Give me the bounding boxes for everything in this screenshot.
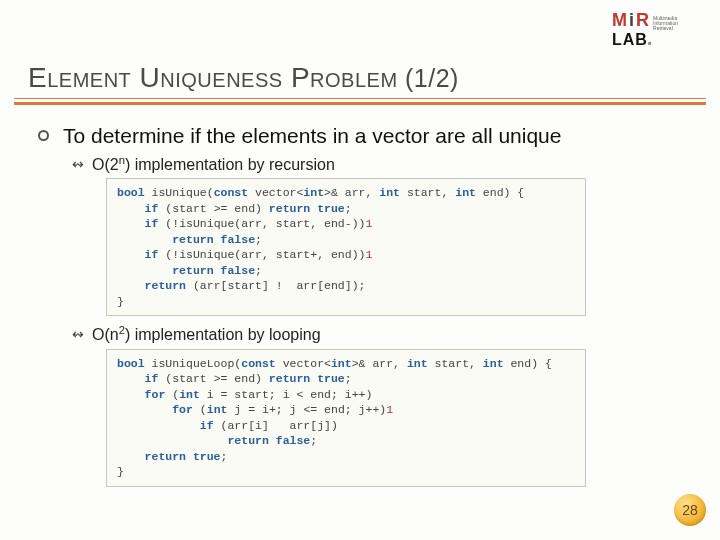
title-seg: NIQUENESS bbox=[160, 69, 282, 91]
logo-letter-m: M bbox=[612, 10, 627, 31]
bullet-text: O(n2) implementation by looping bbox=[92, 324, 321, 344]
logo-letter-i: i bbox=[629, 10, 634, 31]
slide-number: 28 bbox=[682, 502, 698, 518]
bullet-level1: To determine if the elements in a vector… bbox=[38, 124, 690, 148]
bullet-level2: ↭ O(n2) implementation by looping bbox=[72, 324, 690, 344]
bullet-text: To determine if the elements in a vector… bbox=[63, 124, 561, 148]
title-seg: P bbox=[283, 62, 310, 93]
title-suffix: (1/2) bbox=[398, 64, 459, 92]
txt-seg: O(2 bbox=[92, 156, 119, 173]
title-seg: ROBLEM bbox=[310, 69, 397, 91]
bullet-circle-icon bbox=[38, 130, 49, 141]
title-underline bbox=[14, 98, 706, 105]
title-seg: U bbox=[131, 62, 160, 93]
bullet-squiggle-icon: ↭ bbox=[72, 324, 84, 344]
bullet-text: O(2n) implementation by recursion bbox=[92, 154, 335, 174]
title-seg: LEMENT bbox=[47, 69, 131, 91]
slide-number-badge: 28 bbox=[674, 494, 706, 526]
title-seg: E bbox=[28, 62, 47, 93]
logo-lab-text: LAB bbox=[612, 31, 648, 48]
logo-letter-r: R bbox=[636, 10, 649, 31]
code-block-recursion: bool isUnique(const vector<int>& arr, in… bbox=[106, 178, 586, 316]
logo-subtext: Multimedia Information Retrieval bbox=[653, 16, 678, 31]
code-block-loop: bool isUniqueLoop(const vector<int>& arr… bbox=[106, 349, 586, 487]
txt-seg: O(n bbox=[92, 327, 119, 344]
bullet-squiggle-icon: ↭ bbox=[72, 154, 84, 174]
txt-seg: ) implementation by recursion bbox=[125, 156, 335, 173]
txt-seg: ) implementation by looping bbox=[125, 327, 321, 344]
lab-logo: M i R Multimedia Information Retrieval L… bbox=[612, 10, 702, 48]
bullet-level2: ↭ O(2n) implementation by recursion bbox=[72, 154, 690, 174]
slide-title: ELEMENT UNIQUENESS PROBLEM (1/2) bbox=[28, 62, 459, 94]
content-area: To determine if the elements in a vector… bbox=[38, 124, 690, 495]
